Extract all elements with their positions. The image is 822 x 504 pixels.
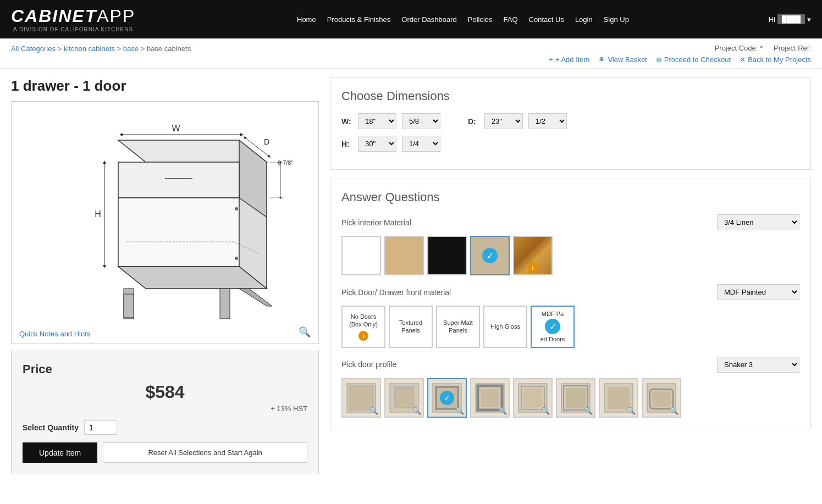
profile-thumb-5[interactable]: 🔍 [513, 378, 553, 418]
profile-thumb-8[interactable]: 🔍 [642, 378, 681, 418]
door-swatch-high-gloss[interactable]: High Gloss [483, 306, 527, 348]
quick-notes-link[interactable]: Quick Notes and Hints [19, 330, 90, 338]
height-fraction-select[interactable]: 1/43/81/2 [402, 136, 440, 152]
svg-text:H: H [95, 209, 101, 219]
breadcrumb-base[interactable]: base [123, 45, 139, 53]
width-label: W: [341, 117, 352, 126]
quantity-input[interactable] [84, 420, 117, 435]
depth-fraction-select[interactable]: 1/25/83/4 [528, 113, 567, 129]
price-box: Price $584 + 13% HST Select Quantity Upd… [11, 351, 319, 474]
svg-text:6 7/8": 6 7/8" [278, 159, 293, 166]
back-to-projects-button[interactable]: ✕ Back to My Projects [740, 56, 811, 64]
profile-thumb-3[interactable]: ✓ 🔍 [427, 378, 467, 418]
profile-thumb-1[interactable]: 🔍 [341, 378, 381, 418]
toolbar-area: All Categories > kitchen cabinets > base… [0, 38, 822, 69]
breadcrumb-all-categories[interactable]: All Categories [11, 45, 56, 53]
swatch-black[interactable] [427, 236, 467, 275]
svg-marker-28 [392, 386, 416, 388]
door-swatches: No Doors(Box Only) i Textured Panels Sup… [341, 306, 799, 348]
nav-order-dashboard[interactable]: Order Dashboard [401, 15, 456, 24]
svg-rect-47 [652, 391, 671, 407]
swatch-linen[interactable]: ✓ [470, 236, 510, 275]
nav-signup[interactable]: Sign Up [604, 15, 629, 24]
interior-material-select[interactable]: 3/4 Linen1/2 LinenMaple [717, 214, 799, 230]
project-ref-label: Project Ref: [774, 44, 811, 52]
profile-thumb-2[interactable]: 🔍 [384, 378, 424, 418]
height-select[interactable]: 30"32"34"36" [358, 136, 396, 152]
breadcrumb: All Categories > kitchen cabinets > base… [11, 44, 191, 53]
user-greeting: Hi ████ ▾ [769, 14, 811, 24]
svg-marker-17 [239, 289, 272, 306]
depth-select[interactable]: 23"24"22" [484, 113, 523, 129]
door-swatch-mdf[interactable]: MDF Pa ✓ ed Doors [531, 306, 575, 348]
price-tax: + 13% HST [23, 405, 307, 413]
svg-rect-44 [608, 387, 630, 409]
proceed-checkout-button[interactable]: ⊕ Proceed to Checkout [656, 56, 731, 64]
nav-contact[interactable]: Contact Us [529, 15, 564, 24]
height-label: H: [341, 140, 352, 148]
price-label: Price [23, 362, 307, 376]
width-select[interactable]: 18"18.5"19"21"24" [358, 113, 396, 129]
swatch-white[interactable] [341, 236, 381, 275]
profile-thumb-7[interactable]: 🔍 [599, 378, 638, 418]
product-diagram: W D [33, 107, 297, 338]
interior-swatches: ✓ i [341, 236, 799, 275]
door-material-select[interactable]: MDF PaintedSolid WoodLaminate [717, 284, 799, 300]
width-fraction-select[interactable]: 5/83/41 [402, 113, 440, 129]
left-panel: 1 drawer - 1 door W D [11, 77, 319, 474]
plus-icon: + [549, 56, 553, 64]
update-item-button[interactable]: Update Item [23, 442, 97, 463]
reset-button[interactable]: Reset All Selections and Start Again [103, 442, 307, 463]
svg-marker-30 [394, 388, 414, 408]
zoom-icon-1: 🔍 [369, 407, 378, 415]
depth-label: D: [468, 117, 479, 126]
door-swatch-textured[interactable]: Textured Panels [389, 306, 433, 348]
right-panel: Choose Dimensions W: 18"18.5"19"21"24" 5… [330, 77, 811, 474]
toolbar-actions: + + Add Item 👁 View Basket ⊕ Proceed to … [549, 56, 811, 64]
logo-subtitle: A DIVISION OF CALIFORNIA KITCHENS [13, 26, 133, 32]
door-profile-label: Pick door profile Shaker 3Shaker 1Shaker… [341, 357, 799, 373]
svg-point-12 [235, 207, 238, 211]
toolbar-right: Project Code: * Project Ref: + + Add Ite… [549, 44, 811, 64]
door-swatch-super-matt[interactable]: Super Matt Panels [436, 306, 480, 348]
zoom-icon-5: 🔍 [541, 407, 550, 415]
nav-faq[interactable]: FAQ [504, 15, 518, 24]
zoom-icon-8: 🔍 [670, 407, 678, 415]
door-swatch-no-doors[interactable]: No Doors(Box Only) i [341, 306, 385, 348]
quantity-row: Select Quantity [23, 420, 307, 435]
project-info: Project Code: * Project Ref: [715, 44, 811, 52]
breadcrumb-kitchen-cabinets[interactable]: kitchen cabinets [64, 45, 115, 53]
breadcrumb-base-cabinets: base cabinets [147, 45, 191, 53]
dimensions-section: Choose Dimensions W: 18"18.5"19"21"24" 5… [330, 77, 811, 170]
nav-home[interactable]: Home [297, 15, 316, 24]
swatch-beige[interactable] [384, 236, 424, 275]
add-item-button[interactable]: + + Add Item [549, 56, 589, 64]
check-icon-mdf: ✓ [545, 319, 560, 334]
check-icon: ✓ [482, 248, 498, 263]
svg-text:D: D [264, 137, 269, 146]
nav-policies[interactable]: Policies [468, 15, 493, 24]
swatch-wood[interactable]: i [513, 236, 553, 275]
svg-marker-18 [124, 294, 134, 318]
questions-section: Answer Questions Pick interior Material … [330, 179, 811, 429]
zoom-icon[interactable]: 🔍 [299, 326, 311, 338]
svg-point-13 [235, 257, 238, 260]
zoom-icon-4: 🔍 [498, 407, 507, 415]
nav-products[interactable]: Products & Finishes [327, 15, 391, 24]
svg-rect-36 [481, 389, 499, 407]
close-icon: ✕ [740, 56, 746, 64]
nav-login[interactable]: Login [575, 15, 593, 24]
svg-rect-42 [566, 388, 586, 408]
info-icon: i [528, 263, 538, 273]
svg-marker-29 [392, 386, 394, 410]
door-profile-select[interactable]: Shaker 3Shaker 1Shaker 2Flat [717, 357, 799, 373]
svg-rect-8 [118, 198, 239, 267]
profile-thumb-6[interactable]: 🔍 [556, 378, 595, 418]
upload-icon: ⊕ [656, 56, 662, 64]
info-icon-nodoors: i [358, 331, 368, 341]
width-row: W: 18"18.5"19"21"24" 5/83/41 D: 23"24"22… [341, 113, 799, 129]
view-basket-button[interactable]: 👁 View Basket [598, 56, 647, 64]
door-material-label: Pick Door/ Drawer front material MDF Pai… [341, 284, 799, 300]
height-row: H: 30"32"34"36" 1/43/81/2 [341, 136, 799, 152]
profile-thumb-4[interactable]: 🔍 [470, 378, 510, 418]
